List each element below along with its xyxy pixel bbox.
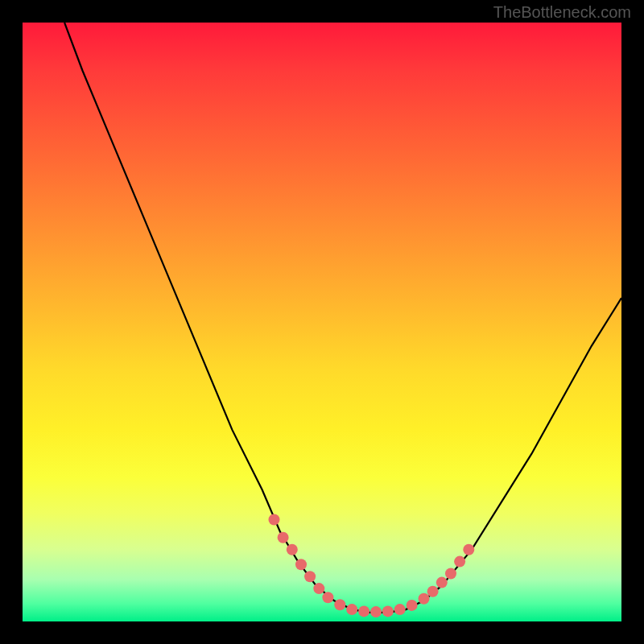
chart-marker bbox=[427, 586, 439, 597]
chart-curve-path bbox=[64, 23, 621, 613]
chart-marker bbox=[346, 604, 357, 615]
chart-marker bbox=[287, 544, 298, 555]
chart-marker bbox=[445, 568, 456, 580]
watermark-text: TheBottleneck.com bbox=[493, 3, 631, 22]
chart-marker bbox=[394, 604, 406, 615]
chart-marker bbox=[269, 514, 280, 526]
chart-marker bbox=[278, 532, 289, 543]
chart-markers-group bbox=[269, 514, 475, 618]
chart-marker bbox=[322, 592, 333, 603]
chart-marker bbox=[295, 559, 307, 570]
chart-marker bbox=[407, 600, 418, 611]
chart-marker bbox=[304, 571, 316, 582]
chart-curve-svg bbox=[23, 23, 621, 621]
chart-marker bbox=[334, 599, 345, 610]
chart-plot-area bbox=[23, 23, 621, 621]
chart-marker bbox=[436, 577, 448, 588]
chart-marker bbox=[382, 605, 394, 617]
chart-marker bbox=[313, 583, 324, 594]
chart-marker bbox=[370, 606, 382, 617]
chart-marker bbox=[463, 544, 474, 555]
chart-marker bbox=[419, 593, 430, 605]
chart-marker bbox=[358, 605, 369, 617]
chart-marker bbox=[454, 556, 465, 568]
